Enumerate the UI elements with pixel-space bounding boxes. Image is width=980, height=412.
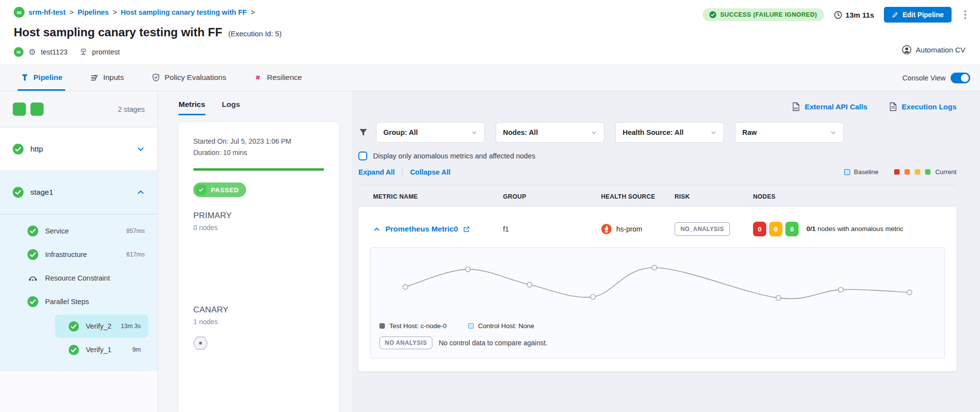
step-service[interactable]: Service 857ms	[0, 219, 157, 243]
stage-count: 2 stages	[118, 105, 145, 113]
canary-label: CANARY	[193, 305, 324, 315]
breadcrumb-separator: >	[251, 8, 254, 16]
chevron-down-icon	[830, 129, 836, 136]
verification-summary-card: Started On: Jul 5, 2023 1:06 PM Duration…	[178, 122, 339, 412]
console-view-label: Console View	[903, 74, 946, 82]
prometheus-icon	[601, 224, 612, 234]
expand-all-link[interactable]: Expand All	[358, 168, 395, 176]
primary-label: PRIMARY	[193, 211, 324, 221]
tab-metrics[interactable]: Metrics	[178, 100, 205, 115]
nodes-cell: 0 0 0 0/1 nodes with anomalous metric	[753, 222, 944, 236]
meta-row: ∞ ⚙ test1123 promtest	[14, 47, 966, 57]
tab-policy-evaluations[interactable]: Policy Evaluations	[149, 65, 229, 91]
collapse-chevron-up-icon[interactable]	[373, 226, 380, 233]
check-circle-icon	[69, 321, 79, 332]
anomalous-filter-row: Display only anomalous metrics and affec…	[358, 152, 956, 160]
breadcrumb-pipelines[interactable]: Pipelines	[77, 8, 109, 16]
execution-logs-icon	[889, 102, 897, 111]
stage-summary: 2 stages	[0, 91, 157, 128]
pipeline-icon	[21, 73, 29, 81]
group-filter-value: Group: All	[383, 129, 418, 136]
tab-resilience-label: Resilience	[267, 73, 302, 82]
current-swatch-orange	[905, 169, 910, 175]
console-view-control: Console View	[903, 65, 970, 91]
nodes-filter-select[interactable]: Nodes: All	[496, 122, 604, 143]
success-check-icon	[709, 11, 716, 18]
environment-name[interactable]: promtest	[92, 48, 120, 56]
service-status-icon: ∞	[14, 47, 24, 57]
control-host-legend: Control Host: None	[468, 322, 534, 330]
health-source-filter-select[interactable]: Health Source: All	[615, 122, 724, 143]
console-view-toggle[interactable]	[951, 73, 970, 83]
chevron-down-icon[interactable]	[137, 145, 145, 153]
nodes-ratio: 0/1	[806, 225, 816, 232]
data-type-select[interactable]: Raw	[735, 122, 844, 143]
group-filter-select[interactable]: Group: All	[376, 122, 485, 143]
main-tab-bar: Pipeline Inputs Policy Evaluations Resil…	[0, 65, 980, 91]
external-api-calls-link[interactable]: API External API Calls	[792, 102, 867, 111]
duration: Duration: 10 mins	[193, 147, 324, 158]
step-duration: 857ms	[126, 228, 145, 234]
page-header: ∞ srm-hf-test > Pipelines > Host samplin…	[0, 0, 980, 65]
step-parallel-steps[interactable]: Parallel Steps	[0, 290, 157, 313]
external-api-calls-label: External API Calls	[804, 103, 867, 111]
tab-pipeline[interactable]: Pipeline	[18, 65, 65, 91]
step-verify-2[interactable]: Verify_2 13m 3s	[55, 314, 149, 338]
check-circle-icon	[27, 249, 38, 260]
current-label: Current	[935, 168, 956, 176]
environment-icon	[79, 48, 87, 56]
execution-logs-label: Execution Logs	[902, 103, 956, 111]
breadcrumb-project[interactable]: srm-hf-test	[28, 8, 66, 16]
nodes-filter-value: Nodes: All	[503, 129, 538, 136]
expand-collapse-row: Expand All Collapse All Baseline Current	[358, 168, 956, 176]
anomalous-checkbox[interactable]	[358, 152, 367, 160]
control-host-label: Control Host: None	[478, 322, 534, 330]
current-swatch-red	[894, 169, 900, 175]
sidebar-stage-http[interactable]: http	[0, 128, 157, 171]
control-host-swatch	[468, 323, 474, 329]
clock-icon	[834, 11, 842, 19]
canary-node-hexagon[interactable]	[193, 336, 324, 350]
step-verify-1[interactable]: Verify_1 9m	[55, 338, 149, 361]
step-label: Verify_1	[86, 346, 111, 354]
divider	[0, 214, 157, 214]
metric-trend-card: Test Host: c-node-0 Control Host: None N…	[370, 247, 945, 359]
harness-logo-icon: ∞	[14, 7, 25, 18]
title-row: Host sampling canary testing with FF (Ex…	[14, 26, 966, 39]
service-name[interactable]: test1123	[41, 48, 68, 56]
verify-console: Metrics Logs Started On: Jul 5, 2023 1:0…	[158, 91, 352, 412]
anomalous-checkbox-label: Display only anomalous metrics and affec…	[373, 152, 535, 160]
health-source-cell: hs-prom	[601, 224, 675, 234]
metric-trend-chart[interactable]	[398, 255, 917, 319]
inputs-icon	[90, 73, 99, 82]
step-infrastructure[interactable]: Infrastructure 617ms	[0, 243, 157, 266]
external-link-icon[interactable]	[463, 226, 470, 233]
resilience-icon	[253, 73, 262, 82]
filter-funnel-icon	[358, 128, 368, 137]
trend-footer: NO ANALYSIS No control data to compare a…	[371, 330, 944, 358]
passed-label: PASSED	[211, 186, 239, 194]
col-risk: RISK	[675, 193, 753, 200]
chevron-up-icon[interactable]	[137, 188, 145, 196]
tab-logs[interactable]: Logs	[222, 100, 240, 115]
pencil-icon	[892, 11, 899, 18]
shield-check-icon	[151, 73, 160, 82]
breadcrumb-pipeline-name[interactable]: Host sampling canary testing with FF	[121, 8, 247, 16]
tab-resilience[interactable]: Resilience	[251, 65, 305, 91]
more-options-button[interactable]	[961, 7, 969, 22]
sidebar-stage-stage1[interactable]: stage1	[0, 171, 157, 214]
primary-node-count: 0 nodes	[193, 224, 324, 232]
metric-name-link[interactable]: Prometheus Metric0	[385, 225, 458, 233]
step-duration: 9m	[132, 346, 141, 353]
step-resource-constraint[interactable]: Resource Constraint	[0, 266, 157, 290]
metric-card: Prometheus Metric0 f1 hs-prom NO_ANALYSI…	[358, 207, 956, 371]
execution-sidebar: 2 stages http stage1 Service 857ms	[0, 91, 158, 412]
node-count-red: 0	[753, 222, 766, 236]
step-label: Verify_2	[86, 322, 111, 330]
collapse-all-link[interactable]: Collapse All	[410, 168, 450, 176]
tab-inputs[interactable]: Inputs	[87, 65, 126, 91]
execution-logs-link[interactable]: Execution Logs	[889, 102, 956, 111]
parallel-substeps: Verify_2 13m 3s Verify_1 9m	[0, 313, 157, 362]
edit-pipeline-button[interactable]: Edit Pipeline	[884, 7, 952, 23]
divider	[358, 185, 956, 185]
